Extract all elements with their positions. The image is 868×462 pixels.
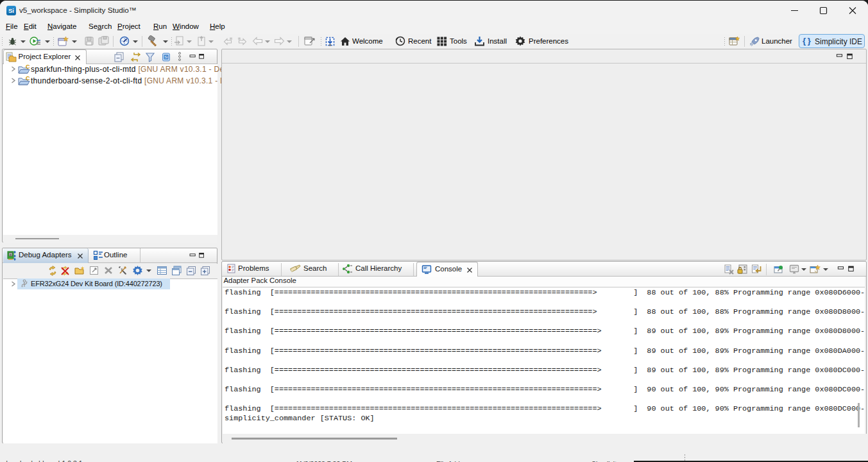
svg-text:C: C	[26, 64, 30, 70]
svg-text:C: C	[26, 75, 30, 81]
svg-text:Si: Si	[164, 55, 167, 59]
